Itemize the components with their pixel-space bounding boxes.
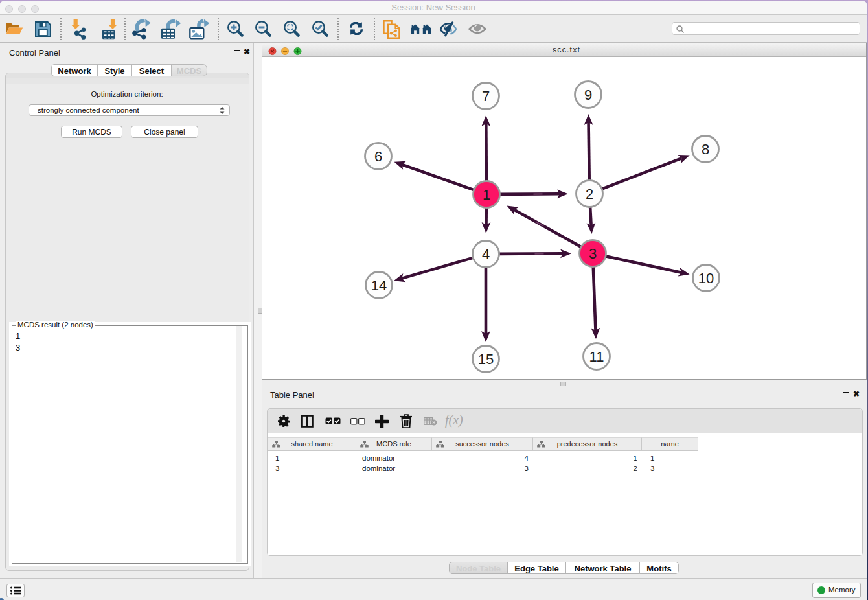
svg-text:1: 1: [483, 187, 490, 203]
svg-text:3: 3: [589, 246, 597, 262]
svg-text:4: 4: [482, 246, 490, 262]
svg-text:7: 7: [482, 88, 490, 104]
svg-text:9: 9: [584, 87, 592, 103]
svg-text:14: 14: [371, 277, 387, 294]
svg-text:11: 11: [589, 349, 604, 365]
svg-text:6: 6: [374, 148, 382, 165]
svg-text:8: 8: [702, 141, 709, 157]
svg-text:15: 15: [478, 351, 494, 367]
svg-text:2: 2: [586, 186, 593, 202]
svg-text:10: 10: [698, 270, 714, 286]
